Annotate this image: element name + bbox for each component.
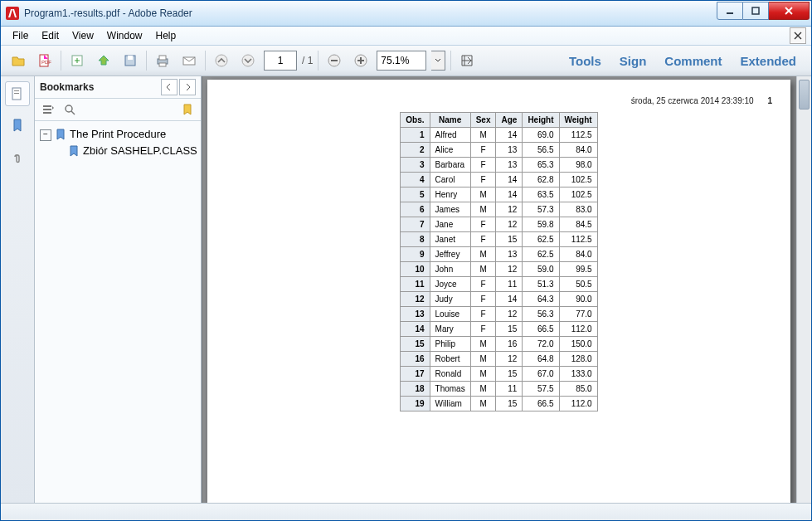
bookmarks-new-icon[interactable]: [179, 101, 196, 118]
cell-sex: M: [470, 337, 496, 352]
create-pdf-icon[interactable]: PDF: [34, 50, 56, 71]
svg-text:PDF: PDF: [41, 60, 51, 65]
close-button[interactable]: [769, 2, 810, 20]
bookmarks-next-icon[interactable]: [179, 79, 196, 95]
svg-rect-18: [360, 57, 362, 64]
cell-weight: 112.5: [559, 128, 597, 143]
cell-obs: 13: [401, 307, 430, 322]
cell-name: Jeffrey: [430, 247, 470, 262]
tab-comment[interactable]: Comment: [661, 54, 725, 68]
cell-obs: 9: [401, 247, 430, 262]
cell-age: 14: [496, 187, 523, 202]
cell-age: 12: [496, 352, 523, 367]
cell-sex: M: [470, 128, 496, 143]
cell-weight: 83.0: [559, 202, 597, 217]
zoom-dropdown[interactable]: [431, 51, 445, 71]
menu-view[interactable]: View: [66, 28, 100, 43]
bookmarks-panel: Bookmarks − The Print Procedure: [35, 76, 202, 503]
cell-name: Janet: [430, 232, 470, 247]
nav-page-thumbnails-icon[interactable]: [5, 81, 30, 106]
cell-sex: M: [470, 202, 496, 217]
cell-obs: 12: [401, 292, 430, 307]
page-number-input[interactable]: [264, 51, 297, 71]
cell-obs: 1: [401, 128, 430, 143]
table-row: 19WilliamM1566.5112.0: [401, 397, 597, 411]
read-mode-icon[interactable]: [456, 50, 478, 71]
cell-age: 12: [496, 307, 523, 322]
cell-obs: 15: [401, 337, 430, 352]
bookmarks-prev-icon[interactable]: [161, 79, 177, 95]
print-icon[interactable]: [152, 50, 173, 71]
bookmarks-tree: − The Print Procedure Zbiór SASHELP.CLAS…: [35, 121, 201, 503]
tab-sign[interactable]: Sign: [616, 54, 650, 68]
cell-weight: 84.0: [559, 247, 597, 262]
table-row: 9JeffreyM1362.584.0: [401, 247, 597, 262]
cell-age: 14: [496, 292, 523, 307]
menu-window[interactable]: Window: [100, 28, 149, 43]
document-viewport[interactable]: środa, 25 czerwca 2014 23:39:10 1 Obs. N…: [202, 76, 811, 503]
bookmarks-options-icon[interactable]: [40, 101, 56, 118]
vertical-scrollbar[interactable]: [796, 76, 811, 503]
svg-rect-15: [331, 60, 338, 61]
cell-weight: 77.0: [559, 307, 597, 322]
cell-weight: 90.0: [559, 292, 597, 307]
cell-age: 15: [496, 397, 523, 411]
scrollbar-thumb[interactable]: [799, 80, 810, 110]
doc-close-button[interactable]: [790, 27, 806, 44]
bookmark-icon: [68, 145, 80, 157]
bookmarks-find-icon[interactable]: [61, 101, 78, 118]
zoom-input[interactable]: [377, 51, 426, 71]
nav-attachments-icon[interactable]: [5, 144, 30, 169]
cell-name: James: [430, 202, 470, 217]
cell-sex: M: [470, 397, 496, 411]
tree-toggle-icon[interactable]: −: [40, 129, 51, 141]
bookmarks-title: Bookmarks: [40, 81, 94, 93]
bookmark-child[interactable]: Zbiór SASHELP.CLASS: [38, 143, 197, 159]
cell-height: 56.5: [523, 143, 559, 158]
cell-obs: 4: [401, 173, 430, 187]
document-page: środa, 25 czerwca 2014 23:39:10 1 Obs. N…: [207, 80, 790, 503]
cell-obs: 14: [401, 322, 430, 337]
cell-age: 13: [496, 143, 523, 158]
menu-file[interactable]: File: [6, 28, 35, 43]
save-icon[interactable]: [119, 50, 141, 71]
menu-help[interactable]: Help: [149, 28, 183, 43]
table-row: 18ThomasM1157.585.0: [401, 382, 597, 397]
col-age: Age: [496, 113, 523, 128]
tab-tools[interactable]: Tools: [566, 54, 605, 68]
cell-name: Alfred: [430, 128, 470, 143]
cell-sex: M: [470, 367, 496, 382]
page-down-icon[interactable]: [237, 50, 259, 71]
table-row: 12JudyF1464.390.0: [401, 292, 597, 307]
cell-weight: 150.0: [559, 337, 597, 352]
open-icon[interactable]: [7, 50, 29, 71]
nav-bookmarks-icon[interactable]: [5, 113, 30, 138]
zoom-in-icon[interactable]: [350, 50, 372, 71]
cell-age: 12: [496, 262, 523, 277]
status-bar: [1, 503, 811, 520]
cell-sex: F: [470, 277, 496, 292]
table-row: 17RonaldM1567.0133.0: [401, 367, 597, 382]
cell-name: Thomas: [430, 382, 470, 397]
zoom-out-icon[interactable]: [323, 50, 345, 71]
maximize-button[interactable]: [743, 2, 769, 20]
menu-edit[interactable]: Edit: [35, 28, 66, 43]
col-obs: Obs.: [401, 113, 430, 128]
page-up-icon[interactable]: [211, 50, 232, 71]
email-icon[interactable]: [178, 50, 200, 71]
table-row: 5HenryM1463.5102.5: [401, 187, 597, 202]
cell-sex: M: [470, 187, 496, 202]
cell-age: 11: [496, 277, 523, 292]
cell-age: 15: [496, 232, 523, 247]
cell-name: Louise: [430, 307, 470, 322]
export-icon[interactable]: [66, 50, 88, 71]
cell-weight: 85.0: [559, 382, 597, 397]
svg-rect-10: [159, 63, 166, 66]
tab-extended[interactable]: Extended: [737, 54, 800, 68]
table-row: 3BarbaraF1365.398.0: [401, 158, 597, 173]
bookmark-root[interactable]: − The Print Procedure: [38, 126, 197, 143]
cell-sex: F: [470, 217, 496, 232]
col-sex: Sex: [470, 113, 496, 128]
share-icon[interactable]: [93, 50, 114, 71]
minimize-button[interactable]: [717, 2, 743, 20]
